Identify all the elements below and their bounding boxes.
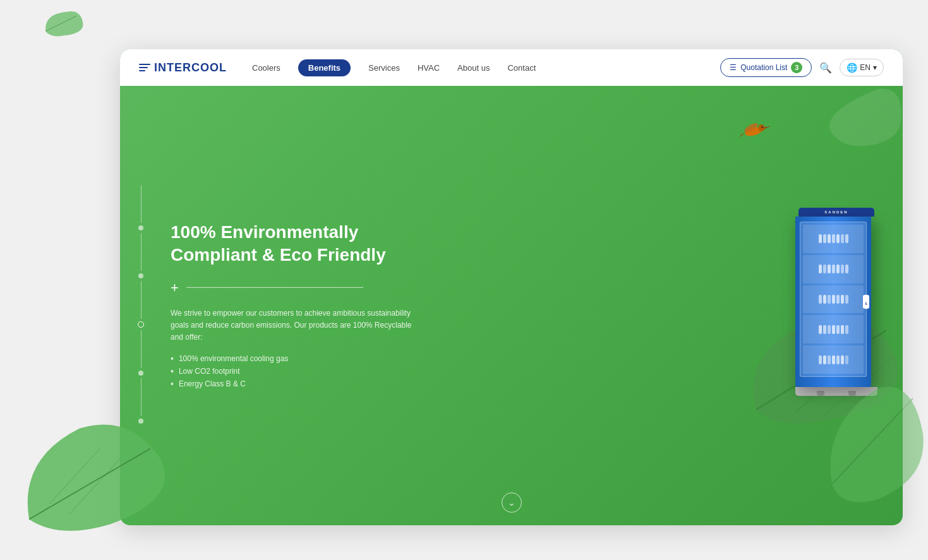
shelf-4 [803, 315, 864, 343]
card-inner: 100% Environmentally Compliant & Eco Fri… [120, 86, 903, 525]
hero-title: 100% Environmentally Compliant & Eco Fri… [171, 221, 423, 267]
fridge-area: SANDEN [795, 208, 877, 396]
leaf-bottom-left [19, 418, 171, 535]
shelf-2 [803, 255, 864, 283]
search-icon[interactable]: 🔍 [819, 62, 832, 74]
title-divider-row: + [171, 280, 423, 296]
main-card: 100% Environmentally Compliant & Eco Fri… [120, 49, 903, 525]
side-dot-4[interactable] [138, 371, 143, 376]
nav-right: ☰ Quotation List 3 🔍 🌐 EN ▾ [720, 58, 884, 77]
side-dot-1[interactable] [138, 225, 143, 230]
logo-text: INTERCOOL [154, 61, 227, 74]
language-button[interactable]: 🌐 EN ▾ [840, 59, 884, 76]
fridge-header: SANDEN [798, 208, 874, 217]
hero-description: We strive to empower our customers to ac… [171, 307, 423, 344]
nav-contact[interactable]: Contact [507, 63, 536, 73]
shelf-3 [803, 285, 864, 314]
side-dot-2[interactable] [138, 273, 143, 278]
scroll-down-button[interactable]: ⌄ [502, 492, 522, 513]
fridge-brand-text: SANDEN [824, 210, 848, 214]
shelf-1 [803, 225, 864, 253]
quotation-label: Quotation List [740, 63, 787, 72]
leaf-top-left [41, 9, 85, 38]
quotation-button[interactable]: ☰ Quotation List 3 [720, 58, 812, 77]
logo-icon [139, 64, 150, 71]
main-content: 100% Environmentally Compliant & Eco Fri… [171, 221, 423, 390]
fridge: SANDEN [795, 208, 877, 396]
chevron-down-icon: ⌄ [508, 497, 515, 508]
leaf-card-topright [827, 86, 903, 149]
svg-point-6 [758, 124, 765, 131]
svg-point-9 [762, 126, 763, 127]
side-nav [138, 185, 144, 426]
shelf-5 [803, 345, 864, 374]
side-dot-3[interactable] [138, 321, 144, 328]
hero-list: 100% environmental cooling gas Low CO2 f… [171, 352, 423, 390]
nav-coolers[interactable]: Coolers [252, 63, 280, 73]
plus-icon: + [171, 280, 179, 296]
quotation-badge: 3 [791, 62, 802, 73]
leaf-right [821, 383, 928, 509]
hummingbird [732, 117, 770, 143]
nav-benefits[interactable]: Benefits [298, 59, 351, 76]
title-divider [186, 287, 363, 288]
fridge-body: S [795, 217, 871, 387]
navbar: INTERCOOL Coolers Benefits Services HVAC… [120, 49, 903, 86]
list-item-3: Energy Class B & C [171, 378, 423, 390]
svg-point-8 [762, 126, 764, 128]
globe-icon: 🌐 [847, 63, 857, 73]
list-icon: ☰ [730, 63, 737, 72]
fridge-side-brand: S [863, 295, 869, 309]
fridge-shelves [800, 222, 866, 376]
language-label: EN [860, 63, 871, 72]
list-item-1: 100% environmental cooling gas [171, 352, 423, 365]
nav-services[interactable]: Services [368, 63, 400, 73]
chevron-down-icon: ▾ [873, 63, 877, 72]
nav-links: Coolers Benefits Services HVAC About us … [252, 59, 720, 76]
nav-about[interactable]: About us [457, 63, 490, 73]
fridge-door [800, 222, 867, 377]
list-item-2: Low CO2 footprint [171, 365, 423, 378]
logo[interactable]: INTERCOOL [139, 61, 227, 74]
nav-hvac[interactable]: HVAC [418, 63, 440, 73]
